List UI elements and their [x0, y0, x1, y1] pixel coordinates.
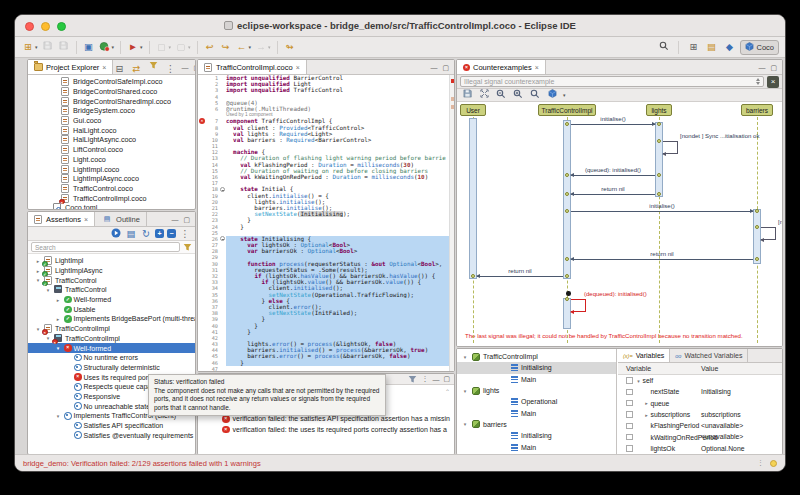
checkbox[interactable] — [626, 445, 633, 452]
tree-item-file[interactable]: ×TrafficControlImpl.coco — [28, 193, 195, 203]
tree-chevron-icon[interactable]: ▸ — [34, 258, 42, 264]
filter-icon[interactable] — [183, 243, 192, 252]
redo-button[interactable]: ↪ — [219, 40, 233, 54]
checkbox[interactable] — [626, 400, 633, 407]
console-button[interactable]: ▣ — [82, 40, 96, 54]
checkbox[interactable] — [626, 423, 633, 430]
maximize-panel-icon[interactable]: ▢ — [442, 60, 449, 75]
tree-chevron-icon[interactable]: ▾ — [44, 287, 52, 293]
minimize-panel-icon[interactable]: — — [432, 376, 439, 383]
tree-item-file[interactable]: BridgeControlShared.coco — [28, 87, 195, 97]
kebab-menu-icon[interactable]: ⋮ — [421, 375, 428, 383]
close-counterexample-button[interactable]: × — [767, 76, 779, 88]
close-icon[interactable]: × — [84, 216, 88, 223]
fold-icon[interactable] — [220, 187, 225, 192]
report-icon[interactable]: ▤ — [125, 228, 137, 240]
tab-project-explorer[interactable]: Project Explorer × — [28, 60, 113, 74]
tab-variables[interactable]: (x)= Variables — [618, 349, 670, 362]
tree-chevron-icon[interactable]: ▸ — [54, 316, 62, 322]
refresh-icon[interactable]: ↻ — [140, 228, 152, 240]
tree-chevron-icon[interactable]: ▾ — [635, 378, 643, 384]
launch-icon[interactable]: ► — [127, 41, 139, 53]
expand-icon[interactable]: + — [155, 229, 164, 238]
save-all-button[interactable] — [57, 40, 71, 54]
verify-button[interactable]: ▾ — [98, 40, 116, 54]
close-icon[interactable]: × — [102, 64, 106, 71]
tab-outline[interactable]: ▤ Outline — [95, 212, 147, 226]
maximize-panel-icon[interactable]: ▢ — [443, 375, 450, 383]
assertion-row[interactable]: Structurally deterministic — [28, 363, 195, 373]
tree-item-file[interactable]: Light.coco — [28, 155, 195, 165]
assertion-row[interactable]: Satisfies API specification — [28, 421, 195, 431]
back-icon[interactable]: ← — [236, 41, 248, 53]
tree-chevron-icon[interactable]: ▾ — [44, 335, 52, 341]
save-diagram-icon[interactable] — [461, 89, 473, 101]
tree-item-file[interactable]: LiftControl.coco — [28, 145, 195, 155]
instance-row[interactable]: Initialising — [457, 430, 616, 441]
last-edit-button[interactable]: ↬ — [283, 40, 297, 54]
link-editor-icon[interactable]: ⇄ — [130, 61, 142, 73]
kebab-icon[interactable]: ⋮ — [179, 228, 191, 240]
instance-row[interactable]: ▾lights — [457, 385, 616, 396]
tree-chevron-icon[interactable]: ▸ — [643, 400, 651, 406]
open-perspective-icon[interactable]: ⊞ — [687, 41, 699, 53]
tab-editor-file[interactable]: TrafficControlImpl.coco × — [198, 60, 307, 74]
save-button[interactable] — [41, 40, 55, 54]
filter-icon[interactable] — [408, 375, 417, 384]
tab-assertions[interactable]: Assertions × — [28, 212, 95, 226]
lifeline-head[interactable]: barriers — [741, 104, 773, 116]
assertion-row[interactable]: ▾×TrafficControlImpl — [28, 334, 195, 344]
variable-row[interactable]: lightsOkOptional.None — [618, 443, 782, 454]
minimize-panel-icon[interactable]: — — [171, 212, 178, 227]
new-wizard-button[interactable]: ⊞▾ — [21, 40, 39, 54]
variable-row[interactable]: ▾self — [618, 375, 782, 386]
open-perspective-button[interactable]: ⊞ — [686, 40, 700, 54]
instance-row[interactable]: Main — [457, 374, 616, 385]
collapse-icon[interactable]: − — [167, 229, 176, 238]
instance-row[interactable]: Operational — [457, 396, 616, 407]
instance-row[interactable]: ▾TrafficControlImpl — [457, 351, 616, 362]
tree-item-file[interactable]: Gui.coco — [28, 116, 195, 126]
tree-item-file[interactable]: BridgeControlSharedImpl.coco — [28, 96, 195, 106]
search-icon[interactable] — [658, 41, 670, 53]
run-icon[interactable] — [110, 228, 122, 240]
zoom-reset-icon[interactable] — [529, 89, 541, 101]
tree-item-file[interactable]: BridgeControlSafeImpl.coco — [28, 77, 195, 87]
assertion-row[interactable]: ▸✓LightImplAsync — [28, 266, 195, 276]
variable-row[interactable]: kFlashingPeriod<unavailable> — [618, 420, 782, 431]
checkbox[interactable] — [626, 411, 633, 418]
tree-chevron-icon[interactable]: ▾ — [54, 345, 62, 351]
assertion-row[interactable]: ▸✓Well-formed — [28, 295, 195, 305]
assertion-row[interactable]: ▸✓Implements BridgeBasePort (multi-threa — [28, 314, 195, 324]
tree-chevron-icon[interactable]: ▸ — [54, 297, 62, 303]
checkbox[interactable] — [626, 377, 633, 384]
overview-ruler[interactable] — [449, 75, 454, 372]
scroll-up-icon[interactable]: ⌃ — [445, 388, 450, 395]
back-button[interactable]: ←▾ — [235, 40, 253, 54]
persp-java-icon[interactable]: ▤ — [705, 41, 717, 53]
skip-button[interactable]: ▢▾ — [155, 40, 173, 54]
maximize-panel-icon[interactable]: ▢ — [770, 60, 777, 75]
verify-icon[interactable] — [99, 41, 111, 53]
search-input[interactable]: Search — [31, 242, 180, 252]
zoom-in-icon[interactable] — [512, 89, 524, 101]
redo-icon[interactable]: ↪ — [220, 41, 232, 53]
close-icon[interactable]: × — [535, 64, 539, 71]
occurrence-marker[interactable] — [451, 97, 455, 101]
instance-row[interactable]: Main — [457, 441, 616, 452]
tree-chevron-icon[interactable]: ▾ — [34, 277, 42, 283]
variable-row[interactable]: ▸queue — [618, 398, 782, 409]
persp-debug-icon[interactable]: ◆ — [723, 41, 735, 53]
tree-chevron-icon[interactable]: ▾ — [461, 388, 469, 394]
tree-item-file[interactable]: LightImpl.coco — [28, 164, 195, 174]
close-window-button[interactable] — [25, 22, 34, 31]
tree-chevron-icon[interactable]: ▾ — [461, 354, 469, 360]
tab-counterexamples[interactable]: × Counterexamples × — [457, 60, 546, 74]
kebab-icon[interactable]: ⋮ — [164, 61, 176, 73]
sequence-diagram[interactable]: The last signal was illegal; it could no… — [457, 102, 782, 347]
step-icon[interactable]: ▢ — [175, 41, 187, 53]
error-marker[interactable] — [451, 79, 455, 83]
assertion-row[interactable]: Satisfies @eventually requirements — [28, 430, 195, 440]
lifeline-head[interactable]: User — [460, 104, 486, 116]
console-icon[interactable]: ▣ — [83, 41, 95, 53]
